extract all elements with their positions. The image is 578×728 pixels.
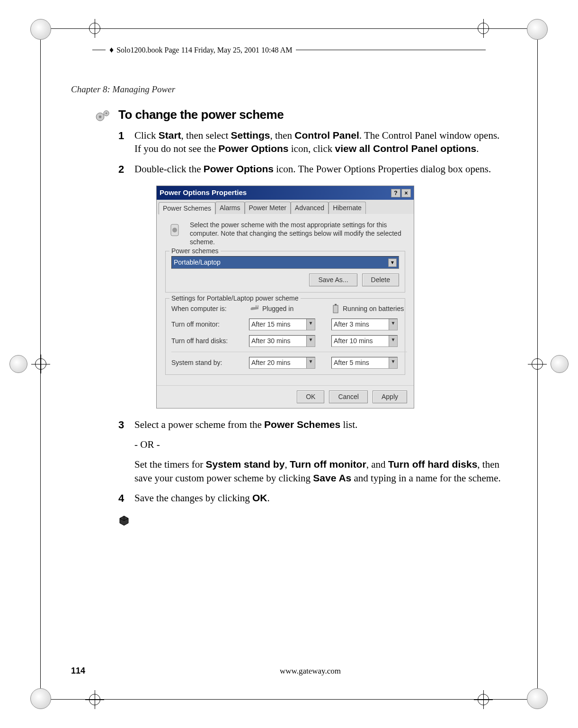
or-divider: - OR - (134, 438, 507, 451)
running-head: Chapter 8: Managing Power (71, 84, 175, 95)
monitor-ac-select[interactable]: After 15 mins▼ (249, 319, 315, 330)
chevron-down-icon: ▼ (306, 357, 315, 368)
chevron-down-icon: ▼ (306, 319, 315, 330)
dialog-screenshot: Power Options Properties ? × Power Schem… (156, 186, 414, 408)
fieldset-legend: Power schemes (169, 247, 221, 256)
tab-power-meter[interactable]: Power Meter (245, 202, 291, 214)
chevron-down-icon: ▼ (388, 258, 397, 267)
fieldset-legend: Settings for Portable/Laptop power schem… (169, 294, 301, 303)
chevron-down-icon: ▼ (306, 336, 315, 346)
tab-advanced[interactable]: Advanced (291, 202, 329, 214)
book-meta-line: ♦ Solo1200.book Page 114 Friday, May 25,… (92, 45, 486, 55)
chevron-down-icon: ▼ (389, 357, 397, 368)
step-number: 3 (118, 418, 134, 485)
step-2: 2 Double-click the Power Options icon. T… (118, 162, 507, 177)
registration-circle (527, 688, 548, 709)
step-number: 2 (118, 162, 134, 177)
step-1: 1 Click Start, then select Settings, the… (118, 129, 507, 156)
help-button[interactable]: ? (391, 189, 400, 197)
delete-button[interactable]: Delete (362, 274, 399, 286)
save-as-button[interactable]: Save As... (309, 274, 357, 286)
cube-icon (118, 515, 130, 526)
pilcrow-icon: ♦ (109, 45, 114, 55)
dialog-info: Select the power scheme with the most ap… (190, 221, 405, 247)
svg-rect-7 (335, 304, 337, 305)
plugged-in-header: Plugged in (249, 303, 325, 314)
close-button[interactable]: × (401, 189, 411, 197)
registration-circle (9, 355, 27, 373)
svg-rect-6 (333, 305, 338, 313)
disks-label: Turn off hard disks: (171, 337, 242, 346)
crop-line (40, 699, 538, 700)
step-3: 3 Select a power scheme from the Power S… (118, 418, 507, 485)
tab-power-schemes[interactable]: Power Schemes (159, 202, 215, 214)
registration-circle (551, 355, 569, 373)
power-schemes-fieldset: Power schemes Portable/Laptop ▼ Save As.… (165, 251, 405, 293)
standby-label: System stand by: (171, 358, 242, 367)
target-mark (85, 690, 104, 709)
target-mark (474, 690, 493, 709)
scheme-value: Portable/Laptop (174, 258, 221, 267)
footer-url: www.gateway.com (114, 666, 507, 676)
registration-circle (527, 19, 548, 40)
when-label: When computer is: (171, 304, 242, 313)
batteries-header: Running on batteries (331, 303, 407, 314)
registration-circle (30, 19, 51, 40)
disks-ac-select[interactable]: After 30 mins▼ (249, 335, 315, 347)
monitor-label: Turn off monitor: (171, 320, 242, 329)
apply-button[interactable]: Apply (373, 391, 407, 403)
book-meta: Solo1200.book Page 114 Friday, May 25, 2… (116, 46, 292, 54)
settings-fieldset: Settings for Portable/Laptop power schem… (165, 298, 405, 375)
standby-ac-select[interactable]: After 20 mins▼ (249, 357, 315, 369)
target-mark (31, 355, 50, 373)
disks-dc-select[interactable]: After 10 mins▼ (331, 335, 398, 347)
tab-hibernate[interactable]: Hibernate (329, 202, 366, 214)
tab-alarms[interactable]: Alarms (215, 202, 245, 214)
crop-line (40, 28, 538, 29)
step-number: 4 (118, 491, 134, 506)
target-mark (474, 19, 493, 38)
registration-circle (30, 688, 51, 709)
dialog-title: Power Options Properties (160, 188, 390, 197)
battery-icon (331, 303, 340, 314)
monitor-dc-select[interactable]: After 3 mins▼ (331, 319, 398, 330)
page-number: 114 (71, 666, 85, 676)
cancel-button[interactable]: Cancel (329, 391, 368, 403)
svg-point-5 (172, 228, 177, 232)
ok-button[interactable]: OK (297, 391, 324, 403)
scheme-dropdown[interactable]: Portable/Laptop ▼ (171, 256, 399, 269)
step-number: 1 (118, 129, 134, 156)
target-mark (85, 19, 104, 38)
page-footer: 114 www.gateway.com (71, 666, 507, 676)
section-title: To change the power scheme (118, 107, 507, 123)
dialog-tabs: Power Schemes Alarms Power Meter Advance… (157, 200, 414, 214)
power-icon (165, 221, 184, 240)
standby-dc-select[interactable]: After 5 mins▼ (331, 357, 398, 369)
plug-icon (249, 303, 259, 314)
step-4: 4 Save the changes by clicking OK. (118, 491, 507, 506)
target-mark (528, 355, 547, 373)
chevron-down-icon: ▼ (389, 336, 397, 346)
dialog-titlebar: Power Options Properties ? × (157, 186, 414, 199)
dialog-footer: OK Cancel Apply (157, 385, 414, 408)
chevron-down-icon: ▼ (389, 319, 397, 330)
